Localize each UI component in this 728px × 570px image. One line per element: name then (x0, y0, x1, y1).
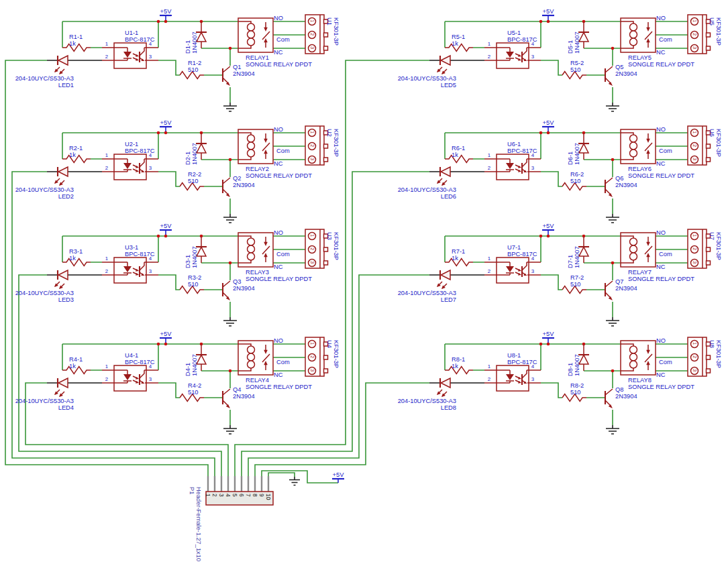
terminal-pin-number: 1 (692, 234, 698, 237)
opto-pin-number: 1 (488, 255, 490, 262)
resistor-symbol (62, 367, 91, 374)
relay-channel: +5V R1-1 1k 204-10UYC/S530-A3 LED1 (15, 8, 340, 111)
relay-part-label: SONGLE RELAY DPDT (628, 384, 694, 390)
opto-ref-label: U1-1 (125, 30, 138, 36)
relay-ref-label: RELAY1 (246, 54, 269, 61)
contact-no-label: NO (656, 337, 666, 344)
junction-dot (539, 20, 543, 23)
resistor-ref-label: R1-2 (188, 60, 201, 66)
relay-channel: +5V R5-1 1k 204-10UYC/S530-A3 LED5 (398, 8, 722, 111)
junction-dot (157, 20, 160, 23)
power-label: +5V (543, 119, 555, 126)
led-symbol (54, 270, 68, 289)
opto-pin-number: 3 (149, 165, 152, 171)
led-ref-label: LED6 (441, 193, 456, 200)
header-pin-number: 7 (245, 494, 252, 497)
terminal-block-symbol: 1 2 3 (688, 15, 711, 54)
resistor-value-label: 510 (570, 281, 581, 288)
opto-pin-number: 1 (105, 152, 108, 158)
terminal-ref-label: U6 (709, 129, 715, 137)
relay-ref-label: RELAY5 (628, 54, 652, 61)
opto-pin-number: 2 (105, 268, 108, 274)
terminal-pin-number: 2 (692, 144, 698, 147)
contact-com-label: Com (276, 36, 290, 43)
ground-icon (606, 317, 619, 326)
opto-pin-number: 4 (531, 255, 535, 262)
contact-no-label: NO (656, 15, 666, 21)
terminal-part-label: KF301-3P (333, 232, 340, 260)
resistor-symbol (62, 156, 91, 163)
resistor-value-label: 1k (452, 255, 458, 262)
terminal-pin-number: 1 (692, 131, 698, 133)
terminal-pin-number: 3 (309, 369, 315, 372)
power-flag-icon: +5V (542, 223, 554, 236)
led-ref-label: LED7 (441, 296, 456, 303)
ground-icon (289, 477, 300, 486)
junction-dot (157, 343, 160, 346)
transistor-ref-label: Q3 (233, 278, 241, 285)
power-flag-icon: +5V (160, 331, 172, 344)
terminal-pin-number: 2 (309, 33, 315, 36)
terminal-ref-label: U3 (326, 232, 333, 240)
contact-com-label: Com (659, 36, 672, 43)
led-symbol (437, 56, 450, 74)
header-pin-number: 2 (211, 494, 218, 497)
opto-ref-label: U3-1 (125, 244, 138, 251)
wire-led4-bus (25, 383, 228, 476)
resistor-symbol (445, 259, 473, 266)
terminal-part-label: KF301-3P (333, 17, 340, 46)
opto-pin-number: 2 (488, 268, 490, 274)
terminal-part-label: KF301-3P (715, 129, 722, 157)
resistor-ref-label: R1-1 (69, 34, 83, 40)
opto-pin-number: 2 (488, 165, 490, 171)
header-pin-number: 10 (265, 494, 272, 500)
opto-pin-number: 3 (531, 54, 534, 60)
relay-symbol (238, 18, 273, 52)
terminal-pin-number: 2 (309, 355, 315, 358)
contact-nc-label: NC (274, 49, 283, 56)
header-ref-label: P1 (189, 487, 195, 494)
opto-pin-number: 1 (105, 41, 108, 47)
power-flag-icon: +5V (160, 223, 172, 236)
terminal-pin-number: 2 (692, 355, 698, 358)
power-flag-icon: +5V (160, 8, 172, 21)
led-ref-label: LED4 (58, 404, 74, 411)
junction-dot (539, 131, 543, 135)
header-symbol: 1 2 3 4 5 6 7 8 9 10 P1 Header-Female-1.… (189, 476, 273, 561)
terminal-block-symbol: 1 2 3 (688, 126, 711, 165)
contact-nc-label: NC (656, 49, 666, 56)
transistor-ref-label: Q4 (233, 386, 241, 393)
channels-layer: +5V R1-1 1k 204-10UYC/S530-A3 LED1 (15, 8, 722, 434)
led-part-label: 204-10UYC/S530-A3 (15, 75, 74, 82)
junction-dot (164, 131, 168, 135)
contact-no-label: NO (274, 15, 283, 21)
resistor-ref-label: R2-1 (69, 145, 83, 152)
opto-pin-number: 4 (149, 41, 152, 47)
opto-ref-label: U4-1 (125, 352, 138, 359)
transistor-part-label: 2N3904 (615, 70, 637, 77)
power-flag-icon: +5V (542, 331, 554, 344)
resistor-value-label: 510 (188, 389, 199, 396)
transistor-ref-label: Q1 (233, 64, 241, 70)
terminal-pin-number: 3 (692, 46, 698, 49)
terminal-pin-number: 1 (309, 19, 315, 22)
relay-ref-label: RELAY2 (246, 166, 269, 172)
resistor-ref-label: R4-1 (69, 356, 83, 363)
opto-ref-label: U8-1 (507, 352, 521, 359)
relay-part-label: SONGLE RELAY DPDT (246, 61, 312, 68)
header-pin-number: 1 (205, 494, 211, 497)
ground-icon (223, 214, 237, 223)
diode-ref-label: D3-1 (185, 255, 191, 268)
terminal-block-symbol: 1 2 3 (688, 337, 711, 376)
power-flag-icon: +5V (332, 471, 344, 483)
terminal-pin-number: 3 (692, 369, 698, 372)
led-symbol (437, 378, 450, 397)
terminal-part-label: KF301-3P (715, 17, 722, 46)
transistor-part-label: 2N3904 (615, 393, 637, 400)
ground-icon (606, 214, 619, 223)
diode-ref-label: D7-1 (567, 255, 574, 268)
junction-dot (547, 131, 550, 135)
opto-pin-number: 1 (105, 255, 108, 262)
terminal-pin-number: 1 (309, 131, 315, 133)
resistor-value-label: 510 (570, 178, 581, 184)
